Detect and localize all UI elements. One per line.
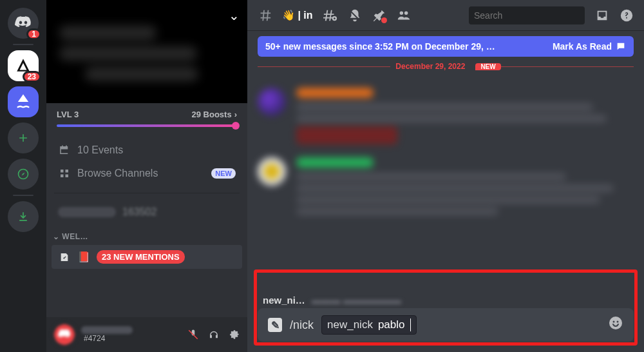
members-button[interactable] — [397, 8, 411, 23]
chevron-down-icon[interactable]: ⌄ — [229, 8, 240, 23]
add-server-button[interactable] — [8, 122, 39, 153]
user-info[interactable]: #4724 — [81, 326, 133, 343]
notifications-button[interactable] — [348, 8, 362, 23]
boost-bar[interactable]: LVL 3 29 Boosts › — [46, 103, 247, 136]
explore-button[interactable] — [8, 159, 39, 190]
pinned-button[interactable] — [372, 8, 386, 23]
channel-header: 👋 | in — [247, 0, 644, 31]
help-icon — [620, 8, 634, 23]
mark-as-read-label: Mark As Read — [553, 41, 612, 52]
new-indicator: NEW — [475, 63, 500, 70]
divider — [54, 193, 240, 193]
server-badge: 23 — [23, 71, 41, 83]
mark-as-read-button[interactable]: Mark As Read — [553, 41, 626, 52]
rules-icon — [58, 251, 71, 264]
param-hint-label: new_ni… — [263, 295, 305, 306]
param-hint-desc-blurred: ▬▬▬ ▬▬▬▬▬▬ — [312, 295, 401, 306]
main-area: 👋 | in 50+ new messages since 3:52 PM on… — [247, 0, 644, 352]
command-hint: new_ni… ▬▬▬ ▬▬▬▬▬▬ — [247, 291, 644, 306]
message-input-area: ✎ /nick new_nick pablo — [258, 308, 634, 342]
download-button[interactable] — [8, 201, 39, 232]
date-divider: December 29, 2022 NEW — [258, 62, 634, 71]
threads-button[interactable] — [323, 8, 337, 23]
mentions-badge: 23 NEW MENTIONS — [97, 250, 185, 264]
threads-icon — [323, 8, 337, 23]
mark-read-icon — [616, 41, 626, 52]
settings-button[interactable] — [227, 327, 242, 342]
category-header[interactable]: ⌄ WEL… — [46, 226, 247, 242]
user-panel: #4724 — [46, 317, 247, 352]
user-discriminator: #4724 — [84, 334, 133, 343]
user-avatar[interactable] — [52, 322, 77, 347]
emoji-icon — [608, 315, 623, 331]
rail-separator — [13, 44, 33, 45]
unread-text: 50+ new messages since 3:52 PM on Decemb… — [265, 41, 495, 52]
emoji-button[interactable] — [608, 315, 623, 335]
command-param[interactable]: new_nick pablo — [321, 315, 416, 335]
bell-muted-icon — [348, 8, 362, 23]
mic-muted-icon — [187, 329, 199, 340]
svg-point-3 — [609, 317, 622, 329]
message-item — [258, 88, 634, 148]
channel-item[interactable]: 📕 23 NEW MENTIONS — [52, 245, 242, 269]
channel-sidebar: ⌄ LVL 3 29 Boosts › 10 Events Browse Cha… — [46, 0, 247, 352]
member-count: 163502 — [122, 206, 156, 218]
server-item-active[interactable] — [8, 86, 39, 117]
svg-point-5 — [617, 321, 619, 323]
chevron-right-icon: › — [234, 110, 237, 119]
text-cursor — [410, 318, 411, 331]
boat-icon — [14, 93, 32, 111]
plus-icon — [17, 132, 30, 144]
pin-indicator — [381, 17, 387, 23]
server-rail: 1 23 — [0, 0, 46, 352]
boost-progress — [57, 124, 237, 127]
new-badge: NEW — [211, 168, 236, 179]
param-value: pablo — [378, 318, 405, 331]
server-banner-blurred — [59, 26, 222, 90]
avatar[interactable] — [258, 157, 286, 186]
command-icon: ✎ — [268, 318, 282, 332]
deafen-button[interactable] — [206, 327, 222, 342]
browse-channels-item[interactable]: Browse Channels NEW — [52, 162, 242, 185]
gear-icon — [229, 329, 240, 340]
server-header[interactable]: ⌄ — [46, 0, 247, 103]
avatar[interactable] — [258, 88, 286, 116]
message-input[interactable]: ✎ /nick new_nick pablo — [258, 308, 634, 342]
member-count-row: 163502 — [52, 201, 242, 223]
hash-icon — [258, 8, 272, 23]
message-list[interactable] — [247, 76, 644, 291]
inbox-button[interactable] — [595, 8, 609, 23]
boost-count: 29 Boosts — [192, 110, 232, 119]
server-level: LVL 3 — [57, 110, 79, 119]
help-button[interactable] — [620, 8, 634, 23]
search-input[interactable] — [474, 10, 587, 21]
events-label: 10 Events — [77, 144, 123, 156]
rail-separator — [13, 195, 33, 196]
username-blurred — [296, 88, 374, 98]
compass-icon — [17, 168, 30, 181]
category-name: WEL… — [62, 232, 88, 241]
username-blurred — [81, 326, 133, 334]
message-item — [258, 157, 634, 219]
username-blurred — [296, 157, 374, 168]
slash-command: /nick — [290, 318, 314, 332]
param-name: new_nick — [327, 318, 373, 331]
blurred-label — [58, 207, 116, 217]
headphones-icon — [208, 329, 220, 340]
server-item[interactable]: 23 — [8, 50, 39, 81]
book-icon: 📕 — [77, 251, 90, 263]
svg-point-4 — [613, 321, 615, 323]
people-icon — [397, 8, 411, 23]
chevron-down-icon: ⌄ — [53, 232, 60, 241]
hash-grid-icon — [58, 167, 71, 180]
date-label: December 29, 2022 — [390, 62, 470, 71]
download-icon — [17, 210, 30, 223]
browse-label: Browse Channels — [77, 168, 158, 179]
home-button[interactable]: 1 — [8, 8, 39, 39]
events-item[interactable]: 10 Events — [52, 139, 242, 162]
inbox-icon — [595, 8, 609, 23]
mute-mic-button[interactable] — [185, 327, 201, 342]
search-box[interactable] — [469, 6, 585, 24]
unread-bar[interactable]: 50+ new messages since 3:52 PM on Decemb… — [258, 36, 634, 57]
home-badge: 1 — [26, 28, 41, 40]
